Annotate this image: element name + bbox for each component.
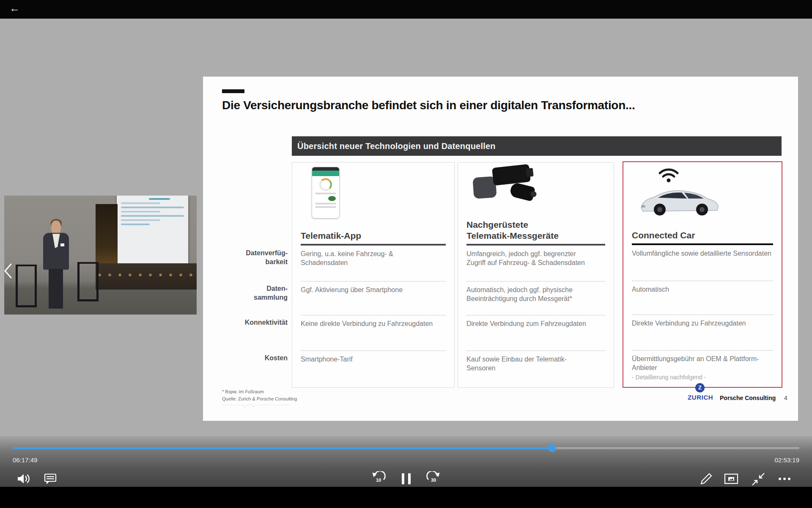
slide-accent-dash [222,89,244,93]
room-dark-band [96,263,197,290]
bottom-black-strip [0,487,812,508]
video-stage[interactable]: Die Versicherungsbranche befindet sich i… [0,19,812,487]
presenter [41,221,71,309]
table-cell: Automatisch, jedoch ggf. physische Beein… [466,281,605,315]
title-bar: ← [0,0,812,19]
column-connected-car: Connected Car Vollumfängliche sowie deta… [623,161,782,388]
column-heading: Connected Car [632,230,695,241]
row-label: Konnektivität [203,315,288,350]
footnote-line: Quelle: Zurich & Porsche Consulting [222,395,297,403]
table-cell: Direkte Verbindung zum Fahrzeugdaten [466,315,605,351]
annotate-button[interactable] [698,471,714,487]
table-cell: Gering, u.a. keine Fahrzeug- & Schadensd… [301,246,446,281]
captions-button[interactable] [42,471,58,487]
previous-chevron-button[interactable] [3,262,14,281]
slide-section-header: Übersicht neuer Technologien und Datenqu… [292,136,782,156]
slide-footnotes: * Bspw. im Fußraum Quelle: Zurich & Pors… [222,388,297,408]
pen-icon [699,472,713,486]
captions-icon [44,472,57,486]
presenter-video-thumbnail[interactable] [4,196,197,315]
column-telematik-messgeraete: Nachgerüstete Telematik-Messgeräte Umfan… [458,162,614,388]
table-cell: Vollumfängliche sowie detaillierte Senso… [632,245,773,281]
zurich-wordmark: ZURICH [688,394,713,401]
projection-screen [117,196,188,263]
stand-table [77,262,99,301]
speaker-icon [16,472,30,485]
zurich-logo: Z [695,383,705,392]
picture-in-picture-icon [724,472,738,485]
table-cell: Keine direkte Verbindung zu Fahrzeugdate… [301,315,446,351]
pause-button[interactable] [398,471,414,487]
table-cell: Kauf sowie Einbau der Telematik-Sensoren [466,351,605,387]
rewind-10-button[interactable]: 10 [370,471,387,487]
ellipsis-icon: ••• [778,474,792,484]
city-lights [99,274,195,276]
forward-30-button[interactable]: 30 [425,471,442,487]
row-label: Daten- sammlung [203,281,288,315]
collapse-icon [751,472,765,486]
elapsed-time: 06:17:49 [13,456,37,464]
row-label: Kosten [203,350,288,386]
table-cell: Umfangreich, jedoch ggf. begrenzter Zugr… [466,246,605,281]
wifi-icon [656,164,681,184]
volume-button[interactable] [15,471,31,487]
pause-icon [402,473,411,484]
table-cell: Ggf. Aktivierung über Smartphone [301,281,446,315]
row-label-column: Datenverfüg- barkeit Daten- sammlung Kon… [203,162,288,386]
more-options-button[interactable]: ••• [777,471,793,487]
footnote-line: * Bspw. im Fußraum [222,388,297,395]
table-cell: Direkte Verbindung zu Fahrzeugdaten [632,315,773,350]
column-heading: Telematik-App [301,230,361,241]
collapse-button[interactable] [750,471,766,487]
seek-bar[interactable] [13,447,799,449]
connected-car-image [636,184,721,219]
presentation-slide: Die Versicherungsbranche befindet sich i… [203,77,798,421]
smartphone-app-image [312,167,340,218]
picture-in-picture-button[interactable] [723,471,739,487]
column-heading: Nachgerüstete Telematik-Messgeräte [466,219,559,242]
stand-table [16,265,37,307]
table-cell: Automatisch [632,281,773,315]
slide-page-number: 4 [784,395,787,401]
footnote-filename: ··············_····_····················… [222,403,297,408]
slide-title: Die Versicherungsbranche befindet sich i… [222,99,772,112]
rewind-seconds-label: 10 [370,478,387,483]
table-cell: Übermittlungsgebühr an OEM & Plattform-A… [632,350,773,387]
porsche-consulting-logo: Porsche Consulting [720,395,776,401]
row-label: Datenverfüg- barkeit [203,245,288,281]
seek-progress [13,447,552,449]
column-telematik-app: Telematik-App Gering, u.a. keine Fahrzeu… [292,162,455,388]
detail-note: - Detaillierung nachfolgend - [632,373,773,381]
forward-seconds-label: 30 [425,478,442,483]
table-cell: Smartphone-Tarif [301,351,446,387]
back-arrow-icon[interactable]: ← [9,2,20,14]
seek-handle[interactable] [548,444,556,452]
remaining-time: 02:53:19 [775,456,799,464]
